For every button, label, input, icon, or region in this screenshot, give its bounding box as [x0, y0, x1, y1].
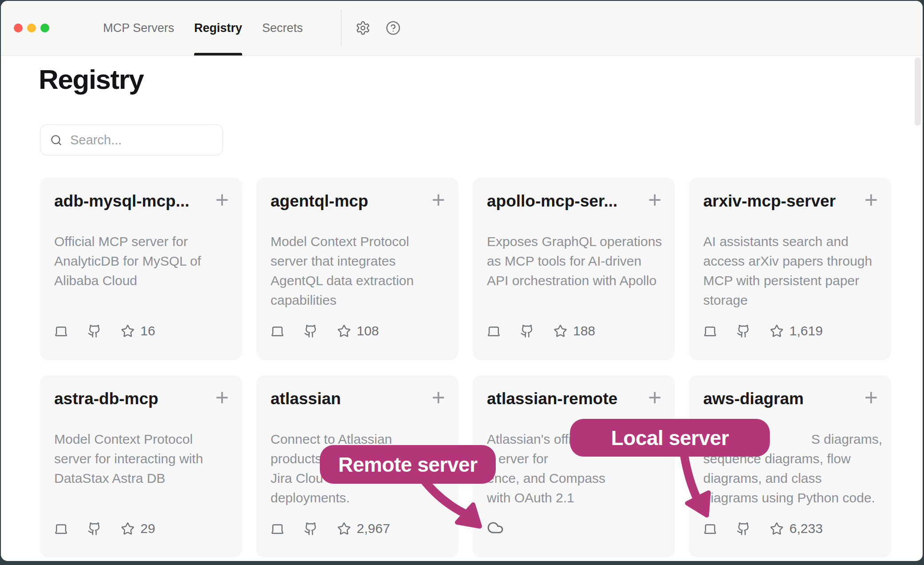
server-card-aws-diagram[interactable]: aws-diagram + S diagrams, sequence diagr…: [689, 375, 891, 557]
card-footer: 188: [487, 323, 595, 338]
add-server-button[interactable]: +: [432, 386, 445, 409]
help-icon[interactable]: [386, 20, 401, 36]
star-count: 188: [573, 323, 595, 338]
star-count: 1,619: [789, 323, 823, 338]
server-card-atlassian-remote[interactable]: atlassian-remote + Atlassian's offi erve…: [473, 375, 675, 557]
laptop-icon: [487, 324, 501, 338]
server-description: Model Context Protocol server that integ…: [271, 232, 447, 310]
star-icon: [770, 522, 784, 536]
laptop-icon: [703, 522, 717, 536]
toolbar-divider: [341, 10, 342, 46]
add-server-button[interactable]: +: [432, 188, 445, 211]
card-footer: 1,619: [703, 323, 823, 338]
server-card-apollo-mcp-server[interactable]: apollo-mcp-ser... + Exposes GraphQL oper…: [473, 178, 675, 360]
star-count: 2,967: [357, 521, 390, 536]
app-window: MCP Servers Registry Secrets Registry: [1, 1, 923, 561]
star-icon: [337, 522, 351, 536]
add-server-button[interactable]: +: [864, 188, 878, 211]
server-card-astra-db-mcp[interactable]: astra-db-mcp + Model Context Protocol se…: [40, 375, 242, 557]
laptop-icon: [703, 324, 717, 338]
star-icon: [337, 324, 351, 338]
tab-mcp-servers[interactable]: MCP Servers: [103, 1, 174, 56]
card-footer: 6,233: [703, 521, 823, 536]
registry-card-grid: adb-mysql-mcp... + Official MCP server f…: [40, 178, 891, 557]
cloud-icon: [487, 519, 504, 536]
github-icon: [88, 324, 101, 338]
server-name: adb-mysql-mcp...: [54, 192, 207, 211]
card-footer: [487, 519, 504, 536]
github-icon: [520, 324, 534, 338]
search-input[interactable]: [62, 133, 238, 147]
star-icon: [121, 324, 135, 338]
github-icon: [304, 324, 318, 338]
star-count: 108: [357, 323, 379, 338]
page-title: Registry: [39, 64, 143, 95]
star-icon: [770, 324, 784, 338]
add-server-button[interactable]: +: [215, 188, 229, 211]
github-icon: [737, 324, 750, 338]
star-icon: [121, 522, 135, 536]
server-description: Model Context Protocol server for intera…: [54, 430, 231, 488]
add-server-button[interactable]: +: [215, 386, 229, 409]
github-icon: [304, 522, 318, 536]
server-name: apollo-mcp-ser...: [487, 192, 639, 211]
tab-registry[interactable]: Registry: [194, 1, 242, 56]
close-window-button[interactable]: [14, 24, 23, 32]
server-description: Exposes GraphQL operations as MCP tools …: [487, 232, 663, 290]
local-server-callout: Local server: [570, 419, 770, 457]
laptop-icon: [54, 522, 68, 536]
card-footer: 16: [54, 323, 155, 338]
server-name: arxiv-mcp-server: [703, 192, 856, 211]
search-box[interactable]: [40, 124, 223, 155]
server-name: agentql-mcp: [271, 192, 423, 211]
star-count: 16: [140, 323, 155, 338]
server-name: aws-diagram: [703, 390, 856, 408]
remote-server-callout: Remote server: [320, 445, 496, 484]
search-icon: [50, 134, 62, 146]
server-description: AI assistants search and access arXiv pa…: [703, 232, 880, 310]
add-server-button[interactable]: +: [648, 188, 661, 211]
title-bar: MCP Servers Registry Secrets: [1, 1, 923, 56]
main-tabs: MCP Servers Registry Secrets: [103, 1, 303, 56]
vertical-scrollbar[interactable]: [915, 57, 921, 126]
card-footer: 2,967: [271, 521, 390, 536]
zoom-window-button[interactable]: [40, 24, 49, 32]
server-card-agentql-mcp[interactable]: agentql-mcp + Model Context Protocol ser…: [256, 178, 458, 360]
traffic-lights: [14, 24, 49, 32]
github-icon: [737, 522, 750, 536]
server-name: atlassian: [271, 390, 423, 408]
laptop-icon: [271, 522, 284, 536]
card-footer: 29: [54, 521, 155, 536]
star-count: 29: [140, 521, 155, 536]
laptop-icon: [54, 324, 68, 338]
tab-secrets[interactable]: Secrets: [262, 1, 303, 56]
star-icon: [554, 324, 567, 338]
server-card-arxiv-mcp-server[interactable]: arxiv-mcp-server + AI assistants search …: [689, 178, 891, 360]
add-server-button[interactable]: +: [864, 386, 878, 409]
server-name: atlassian-remote: [487, 390, 639, 408]
server-description: Official MCP server for AnalyticDB for M…: [54, 232, 231, 290]
laptop-icon: [271, 324, 284, 338]
server-card-adb-mysql-mcp[interactable]: adb-mysql-mcp... + Official MCP server f…: [40, 178, 242, 360]
star-count: 6,233: [789, 521, 823, 536]
github-icon: [88, 522, 101, 536]
card-footer: 108: [271, 323, 379, 338]
settings-gear-icon[interactable]: [355, 20, 370, 36]
server-name: astra-db-mcp: [54, 390, 207, 408]
add-server-button[interactable]: +: [648, 386, 661, 409]
minimize-window-button[interactable]: [27, 24, 36, 32]
